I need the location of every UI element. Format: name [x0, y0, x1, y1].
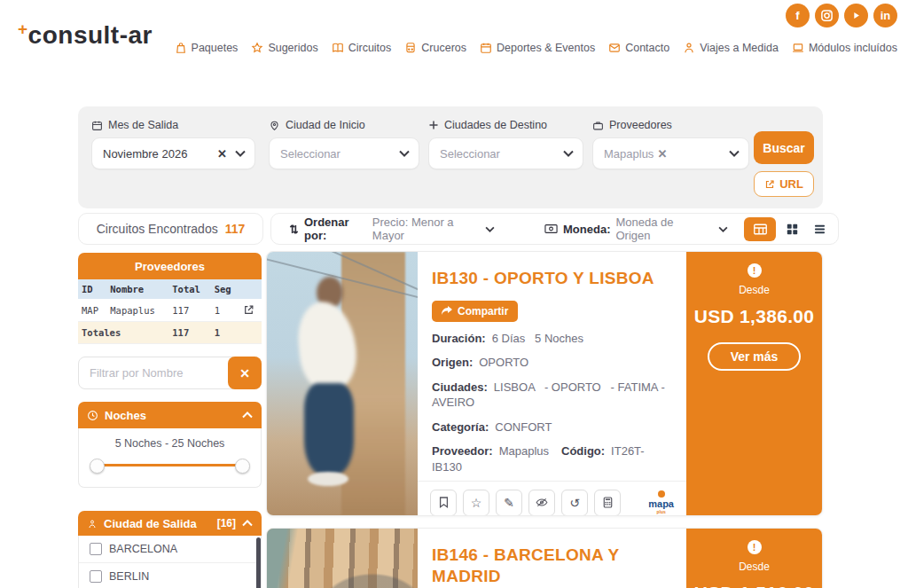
nav-modulos[interactable]: Módulos incluídos — [792, 42, 897, 54]
currency-label: Moneda: — [563, 223, 610, 236]
month-select[interactable]: Noviembre 2026 ✕ — [91, 137, 255, 169]
url-button[interactable]: URL — [754, 171, 814, 197]
currency-value[interactable]: Moneda de Origen — [615, 216, 701, 242]
cities-row: Ciudades:LISBOA - OPORTO - FATIMA - AVEI… — [432, 380, 672, 411]
search-filter-panel: Mes de Salida Noviembre 2026 ✕ Ciudad de… — [78, 106, 823, 208]
chevron-up-icon[interactable] — [242, 520, 253, 527]
linkedin-icon[interactable]: in — [873, 4, 897, 27]
results-count-value: 117 — [225, 222, 246, 236]
list-item[interactable]: BARCELONA — [79, 536, 261, 563]
favorite-button[interactable]: ☆ — [463, 490, 489, 516]
plus-icon — [428, 120, 439, 130]
provider-row: Proveedor:MapaplusCódigo:IT26T-IB130 — [432, 443, 672, 474]
chevron-down-icon[interactable] — [485, 226, 495, 232]
view-list-detail-button[interactable] — [744, 217, 776, 241]
nav-contacto[interactable]: Contacto — [608, 42, 669, 54]
circuit-photo[interactable] — [267, 252, 418, 515]
results-count: Circuitos Encontrados 117 — [78, 213, 263, 245]
results-count-label: Circuitos Encontrados — [97, 222, 218, 236]
facebook-icon[interactable]: f — [786, 4, 810, 27]
share-button[interactable]: Compartir — [432, 301, 518, 322]
circuit-photo[interactable] — [267, 529, 418, 588]
list-item[interactable]: BERLIN — [79, 563, 261, 588]
calculator-button[interactable] — [594, 490, 621, 516]
providers-table: ID Nombre Total Seg MAP Mapaplus 117 1 T… — [78, 279, 262, 344]
slider-handle-min[interactable] — [90, 459, 105, 474]
results-list: IB130 - OPORTO Y LISBOA Compartir Duraci… — [266, 251, 823, 588]
nav-label: Viajes a Medida — [700, 42, 779, 54]
dest-cities-placeholder: Seleccionar — [440, 147, 500, 161]
departure-city-panel: Ciudad de Salida [16] BARCELONA BERLIN C… — [78, 511, 262, 588]
chevron-up-icon[interactable] — [242, 412, 253, 419]
sort-icon — [289, 223, 299, 235]
social-bar: f in — [786, 4, 897, 27]
external-link-icon[interactable] — [239, 299, 262, 322]
buscar-button[interactable]: Buscar — [754, 131, 814, 164]
brand-logo: +consult-ar — [18, 20, 153, 50]
pencil-icon: ✎ — [504, 496, 514, 510]
nav-sugeridos[interactable]: Sugeridos — [251, 42, 317, 54]
laptop-icon — [792, 42, 804, 54]
chevron-down-icon — [729, 150, 740, 157]
filter-label: Ciudades de Destino — [444, 119, 547, 131]
clear-month-icon[interactable]: ✕ — [217, 147, 227, 161]
nav-cruceros[interactable]: Cruceros — [404, 42, 466, 54]
price-from-label: Desde — [739, 561, 770, 573]
providers-select[interactable]: Mapaplus ✕ — [592, 137, 749, 169]
price-panel: ! Desde USD 1,386.00 Ver más — [686, 252, 822, 515]
slider-track — [95, 464, 245, 466]
ver-mas-button[interactable]: Ver más — [708, 342, 802, 371]
filter-dest-cities: Ciudades de Destino Seleccionar — [428, 119, 583, 169]
filter-month: Mes de Salida Noviembre 2026 ✕ — [91, 119, 255, 169]
mapaplus-logo: mapa plus — [648, 490, 674, 514]
start-city-placeholder: Seleccionar — [280, 147, 340, 161]
view-rows-button[interactable] — [809, 217, 831, 241]
chevron-down-icon[interactable] — [718, 226, 728, 232]
nav-label: Paquetes — [192, 42, 239, 54]
nav-paquetes[interactable]: Paquetes — [175, 42, 239, 54]
youtube-icon[interactable] — [844, 4, 868, 27]
checkbox[interactable] — [90, 570, 102, 583]
nav-viajes-medida[interactable]: Viajes a Medida — [683, 42, 779, 54]
col-id: ID — [78, 279, 106, 299]
info-icon[interactable]: ! — [748, 540, 762, 554]
checkbox[interactable] — [90, 543, 102, 555]
hide-button[interactable] — [528, 490, 555, 516]
external-link-icon — [764, 179, 775, 190]
col-nombre: Nombre — [106, 279, 168, 299]
filter-providers: Proveedores Mapaplus ✕ — [592, 119, 749, 169]
col-seg: Seg — [211, 279, 239, 299]
info-icon[interactable]: ! — [748, 263, 762, 278]
view-grid-button[interactable] — [781, 217, 803, 241]
bookmark-button[interactable] — [430, 490, 457, 516]
card-actions: ☆ ✎ ↺ mapa plus — [418, 481, 686, 516]
start-city-select[interactable]: Seleccionar — [269, 137, 419, 169]
providers-panel-header: Proveedores — [78, 253, 262, 279]
totals-row: Totales 117 1 — [78, 322, 262, 344]
history-button[interactable]: ↺ — [561, 490, 588, 516]
clear-filter-button[interactable]: ✕ — [228, 357, 262, 389]
slider-handle-max[interactable] — [235, 459, 250, 474]
scrollbar[interactable] — [256, 537, 261, 588]
filter-start-city: Ciudad de Inicio Seleccionar — [269, 119, 419, 169]
nav-label: Módulos incluídos — [809, 42, 897, 54]
dest-cities-select[interactable]: Seleccionar — [428, 137, 583, 169]
departure-city-header[interactable]: Ciudad de Salida [16] — [78, 511, 262, 536]
main-nav: Paquetes Sugeridos Circuitos Cruceros De… — [175, 42, 897, 54]
nav-circuitos[interactable]: Circuitos — [332, 42, 392, 54]
price-amount: USD 1,386.00 — [694, 306, 815, 327]
circuit-title[interactable]: IB130 - OPORTO Y LISBOA — [432, 268, 672, 289]
instagram-icon[interactable] — [815, 4, 839, 27]
calendar-icon — [480, 42, 492, 54]
filter-label: Mes de Salida — [108, 119, 178, 131]
circuit-title[interactable]: IB146 - BARCELONA Y MADRID — [432, 545, 640, 587]
nights-panel-header[interactable]: Noches — [78, 402, 262, 428]
nav-deportes[interactable]: Deportes & Eventos — [480, 42, 595, 54]
pin-icon — [269, 120, 280, 131]
sort-value[interactable]: Precio: Menor a Mayor — [372, 216, 476, 242]
edit-button[interactable]: ✎ — [496, 490, 522, 516]
results-toolbar: Ordenar por: Precio: Menor a Mayor Moned… — [270, 213, 839, 245]
nights-range-label: 5 Noches - 25 Noches — [90, 437, 250, 450]
remove-provider-icon[interactable]: ✕ — [657, 147, 667, 161]
money-icon — [544, 223, 558, 234]
